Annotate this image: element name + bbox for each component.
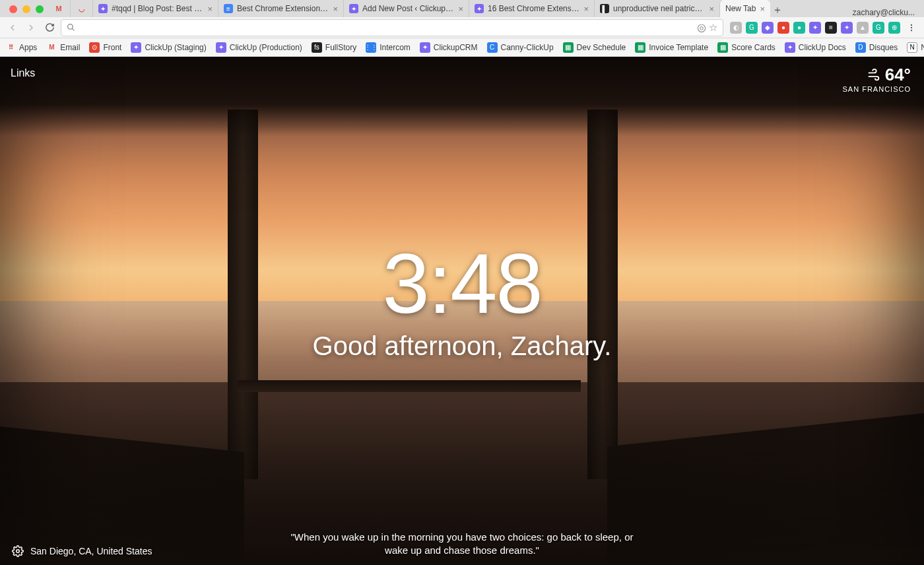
quote[interactable]: "When you wake up in the morning you hav… (290, 531, 634, 558)
bookmark-item[interactable]: ⊙Front (89, 42, 121, 53)
extension-icon[interactable]: ◐ (730, 22, 742, 34)
close-window-icon[interactable] (9, 5, 17, 13)
bookmark-favicon: ✦ (216, 42, 226, 53)
bookmark-label: Dev Schedule (577, 43, 626, 52)
bookmark-label: FullStory (325, 43, 356, 52)
new-tab-button[interactable]: ＋ (770, 3, 785, 17)
pocket-icon: ◡ (77, 3, 87, 14)
extension-icon[interactable]: ◆ (762, 22, 774, 34)
extension-icon[interactable]: ✦ (809, 22, 821, 34)
browser-tab[interactable]: ✦16 Best Chrome Extensions fo× (469, 0, 594, 17)
tab-favicon: ✦ (349, 4, 358, 13)
pinned-tabs: M◡ (48, 0, 92, 17)
address-bar[interactable]: ◎ ☆ (61, 19, 723, 36)
tab-close-icon[interactable]: × (583, 4, 589, 14)
tab-bar: M◡ ✦#tqqd | Blog Post: Best Chrom×≡Best … (0, 0, 924, 17)
back-button[interactable] (5, 20, 20, 35)
bookmark-label: Canny-ClickUp (501, 43, 554, 52)
toolbar: ◎ ☆ ◐G◆●●✦≡✦▲G⊕ (0, 17, 924, 38)
extension-icon[interactable]: ▲ (857, 22, 869, 34)
bookmark-item[interactable]: fsFullStory (312, 42, 356, 53)
extension-icon[interactable]: G (873, 22, 884, 34)
bookmark-label: Intercom (380, 43, 411, 52)
browser-tab[interactable]: ✦Add New Post ‹ Clickup Blog –× (343, 0, 469, 17)
gear-icon (12, 545, 24, 557)
star-icon[interactable]: ☆ (709, 22, 717, 34)
bookmark-item[interactable]: NNotion (907, 42, 924, 53)
tab-title: New Tab (725, 4, 756, 13)
bookmark-favicon: M (46, 42, 57, 53)
bookmark-item[interactable]: ▦Invoice Template (635, 42, 708, 53)
tab-close-icon[interactable]: × (207, 4, 213, 14)
bookmark-favicon: ⋮⋮ (366, 42, 376, 53)
profile-label[interactable]: zachary@clicku... (847, 8, 920, 17)
extension-icon[interactable]: ● (777, 22, 789, 34)
bookmark-favicon: ⊙ (89, 42, 100, 53)
bookmark-favicon: fs (312, 42, 322, 53)
bookmark-favicon: ▦ (563, 42, 574, 53)
settings-button[interactable] (12, 545, 24, 557)
bookmark-item[interactable]: ✦ClickUp (Staging) (131, 42, 206, 53)
bookmark-item[interactable]: CCanny-ClickUp (487, 42, 554, 53)
bookmark-item[interactable]: ✦ClickUp (Production) (216, 42, 302, 53)
tab-close-icon[interactable]: × (458, 4, 463, 14)
bookmark-item[interactable]: ▦Dev Schedule (563, 42, 626, 53)
new-tab-content: Links 64° SAN FRANCISCO 3:48 Good aftern… (0, 57, 924, 565)
bookmark-label: Disques (869, 43, 898, 52)
extension-icon[interactable]: ● (793, 22, 805, 34)
bookmark-item[interactable]: DDisques (855, 42, 898, 53)
reload-button[interactable] (42, 20, 57, 35)
tab-close-icon[interactable]: × (760, 4, 765, 14)
maximize-window-icon[interactable] (36, 5, 44, 13)
forward-button[interactable] (24, 20, 38, 35)
bookmark-favicon: ▦ (635, 42, 645, 53)
bookmark-item[interactable]: ▦Score Cards (717, 42, 776, 53)
bookmark-favicon: D (855, 42, 866, 53)
bookmark-favicon: ✦ (785, 42, 795, 53)
browser-tab[interactable]: ≡Best Chrome Extensions for P× (218, 0, 343, 17)
tab-favicon: ▌ (600, 4, 609, 13)
window-controls[interactable] (5, 5, 48, 17)
tab-close-icon[interactable]: × (709, 4, 714, 14)
target-icon[interactable]: ◎ (697, 21, 706, 34)
browser-chrome: M◡ ✦#tqqd | Blog Post: Best Chrom×≡Best … (0, 0, 924, 57)
photo-location[interactable]: San Diego, CA, United States (30, 546, 152, 556)
bookmark-item[interactable]: ⠿Apps (5, 42, 37, 53)
svg-point-5 (16, 550, 20, 553)
bookmark-label: Apps (19, 43, 37, 52)
tab-title: Add New Post ‹ Clickup Blog – (362, 4, 454, 13)
bookmark-favicon: N (907, 42, 917, 53)
extensions-row: ◐G◆●●✦≡✦▲G⊕ (727, 22, 900, 34)
tab-favicon: ✦ (98, 4, 108, 13)
svg-point-4 (911, 29, 912, 30)
extension-icon[interactable]: ✦ (841, 22, 853, 34)
bookmark-label: ClickUp (Production) (230, 43, 302, 52)
chrome-menu-button[interactable] (904, 20, 919, 35)
tab-favicon: ✦ (475, 4, 484, 13)
tab-favicon: ≡ (224, 4, 233, 13)
svg-point-0 (68, 24, 73, 30)
pinned-tab[interactable]: ◡ (70, 0, 92, 17)
bookmark-label: Invoice Template (649, 43, 708, 52)
greeting: Good afternoon, Zachary. (313, 331, 612, 361)
bookmark-item[interactable]: ✦ClickUp Docs (785, 42, 846, 53)
extension-icon[interactable]: ⊕ (888, 22, 900, 34)
tab-title: 16 Best Chrome Extensions fo (488, 4, 579, 13)
bookmark-item[interactable]: ⋮⋮Intercom (366, 42, 411, 53)
tab-close-icon[interactable]: × (333, 4, 338, 14)
bookmark-label: Notion (921, 43, 924, 52)
bookmark-favicon: ▦ (717, 42, 728, 53)
extension-icon[interactable]: G (746, 22, 758, 34)
clock: 3:48 (382, 242, 541, 326)
browser-tab[interactable]: ▌unproductive neil patrick harri× (594, 0, 719, 17)
bookmark-item[interactable]: ✦ClickupCRM (420, 42, 478, 53)
pinned-tab[interactable]: M (48, 0, 70, 17)
bookmark-favicon: ✦ (131, 42, 141, 53)
browser-tab[interactable]: ✦#tqqd | Blog Post: Best Chrom× (92, 0, 218, 17)
extension-icon[interactable]: ≡ (825, 22, 837, 34)
browser-tab[interactable]: New Tab× (719, 0, 770, 17)
svg-point-3 (911, 26, 912, 28)
minimize-window-icon[interactable] (22, 5, 30, 13)
bookmark-item[interactable]: MEmail (46, 42, 80, 53)
bookmark-label: ClickUp Docs (799, 43, 846, 52)
